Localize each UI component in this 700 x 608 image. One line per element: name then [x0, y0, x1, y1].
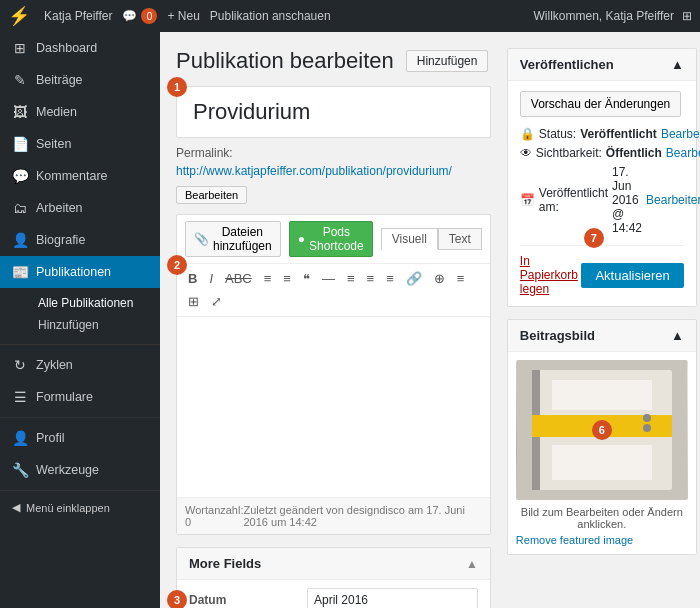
sidebar-item-publikationen[interactable]: 📰 Publikationen	[0, 256, 160, 288]
permalink-edit-btn[interactable]: Bearbeiten	[176, 186, 247, 204]
svg-point-7	[643, 414, 651, 422]
visibility-value: Öffentlich	[606, 146, 662, 160]
comments-count: 0	[141, 8, 157, 24]
sidebar-item-arbeiten[interactable]: 🗂 Arbeiten	[0, 192, 160, 224]
featured-image-body: 6	[508, 352, 696, 554]
top-bar: ⚡ Katja Pfeiffer 💬 0 + Neu Publikation a…	[0, 0, 700, 32]
sidebar-item-medien[interactable]: 🖼 Medien	[0, 96, 160, 128]
strikethrough-btn[interactable]: ABC	[220, 268, 257, 289]
pods-shortcode-btn[interactable]: ● Pods Shortcode	[289, 221, 373, 257]
collapse-menu-btn[interactable]: ◀ Menü einklappen	[0, 495, 160, 520]
svg-rect-4	[552, 380, 652, 410]
published-edit-link[interactable]: Bearbeiten	[646, 193, 700, 207]
more-fields-box: More Fields ▲ 3 Datum 4 Herausgeber	[176, 547, 491, 608]
visibility-edit-link[interactable]: Bearbeiten	[666, 146, 700, 160]
link-btn[interactable]: 🔗	[401, 268, 427, 289]
publikationen-icon: 📰	[12, 264, 28, 280]
editor-content[interactable]	[177, 317, 490, 497]
published-label: Veröffentlicht am:	[539, 186, 608, 214]
title-box: 1	[176, 86, 491, 138]
hr-btn[interactable]: —	[317, 268, 340, 289]
sidebar-item-profil[interactable]: 👤 Profil	[0, 422, 160, 454]
sidebar-item-zyklen[interactable]: ↻ Zyklen	[0, 349, 160, 381]
sidebar-item-label: Publikationen	[36, 265, 111, 279]
sidebar-item-label: Medien	[36, 105, 77, 119]
unlink-btn[interactable]: ⊕	[429, 268, 450, 289]
bold-btn[interactable]: B	[183, 268, 202, 289]
sidebar-item-werkzeuge[interactable]: 🔧 Werkzeuge	[0, 454, 160, 486]
sidebar-item-label: Biografie	[36, 233, 85, 247]
sidebar-divider-3	[0, 490, 160, 491]
profil-icon: 👤	[12, 430, 28, 446]
new-link[interactable]: + Neu	[167, 9, 199, 23]
comments-link[interactable]: 💬 0	[122, 8, 157, 24]
last-changed: Zuletzt geändert von designdisco am 17. …	[244, 504, 482, 528]
publish-widget-body: Vorschau der Änderungen 🔒 Status: Veröff…	[508, 81, 696, 306]
more-fields-header[interactable]: More Fields ▲	[177, 548, 490, 580]
wp-logo[interactable]: ⚡	[8, 5, 30, 27]
permalink-label: Permalink:	[176, 146, 233, 160]
main-column: Publikation bearbeiten Hinzufügen 1 Perm…	[176, 48, 491, 592]
add-files-icon: 📎	[194, 232, 209, 246]
comment-icon: 💬	[122, 9, 137, 23]
status-value: Veröffentlicht	[580, 127, 657, 141]
publish-title: Veröffentlichen	[520, 57, 614, 72]
ul-btn[interactable]: ≡	[259, 268, 277, 289]
featured-image-title: Beitragsbild	[520, 328, 595, 343]
badge-1: 1	[167, 77, 187, 97]
datum-row: 3 Datum	[177, 580, 490, 608]
fullscreen-btn[interactable]: ⤢	[206, 291, 227, 312]
kommentare-icon: 💬	[12, 168, 28, 184]
sidebar-item-formulare[interactable]: ☰ Formulare	[0, 381, 160, 413]
status-label: Status:	[539, 127, 576, 141]
post-title-input[interactable]	[193, 99, 474, 125]
tab-visual[interactable]: Visuell	[381, 228, 438, 250]
trash-link[interactable]: In Papierkorb legen	[520, 254, 582, 296]
toolbar-formatting-row: B I ABC ≡ ≡ ❝ — ≡ ≡ ≡ 🔗 ⊕ ≡ ⊞ ⤢	[177, 264, 490, 317]
permalink-url[interactable]: http://www.katjapfeiffer.com/publikation…	[176, 164, 452, 178]
publish-actions: 7 In Papierkorb legen Aktualisieren	[520, 245, 684, 296]
sidebar-item-label: Dashboard	[36, 41, 97, 55]
sidebar-item-seiten[interactable]: 📄 Seiten	[0, 128, 160, 160]
sidebar-divider-2	[0, 417, 160, 418]
publish-widget-header[interactable]: Veröffentlichen ▲	[508, 49, 696, 81]
align-center-btn[interactable]: ≡	[362, 268, 380, 289]
blockquote-btn[interactable]: ❝	[298, 268, 315, 289]
sidebar-item-biografie[interactable]: 👤 Biografie	[0, 224, 160, 256]
align-right-btn[interactable]: ≡	[381, 268, 399, 289]
site-name[interactable]: Katja Pfeiffer	[44, 9, 112, 23]
sidebar-item-beitraege[interactable]: ✎ Beiträge	[0, 64, 160, 96]
editor-toolbar: 2 📎 Dateien hinzufügen ● Pods Shortcode …	[176, 214, 491, 535]
sidebar-item-label: Zyklen	[36, 358, 73, 372]
preview-btn[interactable]: Vorschau der Änderungen	[520, 91, 681, 117]
italic-btn[interactable]: I	[204, 268, 218, 289]
add-files-btn[interactable]: 📎 Dateien hinzufügen	[185, 221, 281, 257]
remove-featured-image-link[interactable]: Remove featured image	[516, 534, 688, 546]
update-btn[interactable]: Aktualisieren	[581, 263, 683, 288]
screen-options-icon: ⊞	[682, 9, 692, 23]
content-area: Publikation bearbeiten Hinzufügen 1 Perm…	[160, 32, 700, 608]
align-left-btn[interactable]: ≡	[342, 268, 360, 289]
status-row: 🔒 Status: Veröffentlicht Bearbeiten	[520, 127, 684, 141]
sidebar-item-label: Werkzeuge	[36, 463, 99, 477]
welcome-text: Willkommen, Katja Pfeiffer	[534, 9, 675, 23]
visibility-row: 👁 Sichtbarkeit: Öffentlich Bearbeiten	[520, 146, 684, 160]
main-layout: ⊞ Dashboard ✎ Beiträge 🖼 Medien 📄 Seiten…	[0, 32, 700, 608]
sidebar-sub-alle[interactable]: Alle Publikationen	[30, 292, 160, 314]
sidebar-item-dashboard[interactable]: ⊞ Dashboard	[0, 32, 160, 64]
medien-icon: 🖼	[12, 104, 28, 120]
add-button[interactable]: Hinzufügen	[406, 50, 489, 72]
ol-btn[interactable]: ≡	[278, 268, 296, 289]
tab-text[interactable]: Text	[438, 228, 482, 250]
table-btn[interactable]: ⊞	[183, 291, 204, 312]
featured-image-header[interactable]: Beitragsbild ▲	[508, 320, 696, 352]
datum-input[interactable]	[307, 588, 478, 608]
view-post-link[interactable]: Publikation anschauen	[210, 9, 331, 23]
arbeiten-icon: 🗂	[12, 200, 28, 216]
featured-image-img[interactable]: 6	[516, 360, 688, 500]
sidebar-item-kommentare[interactable]: 💬 Kommentare	[0, 160, 160, 192]
badge-2: 2	[167, 255, 187, 275]
insert-btn[interactable]: ≡	[452, 268, 470, 289]
sidebar-sub-hinzufuegen[interactable]: Hinzufügen	[30, 314, 160, 336]
status-edit-link[interactable]: Bearbeiten	[661, 127, 700, 141]
